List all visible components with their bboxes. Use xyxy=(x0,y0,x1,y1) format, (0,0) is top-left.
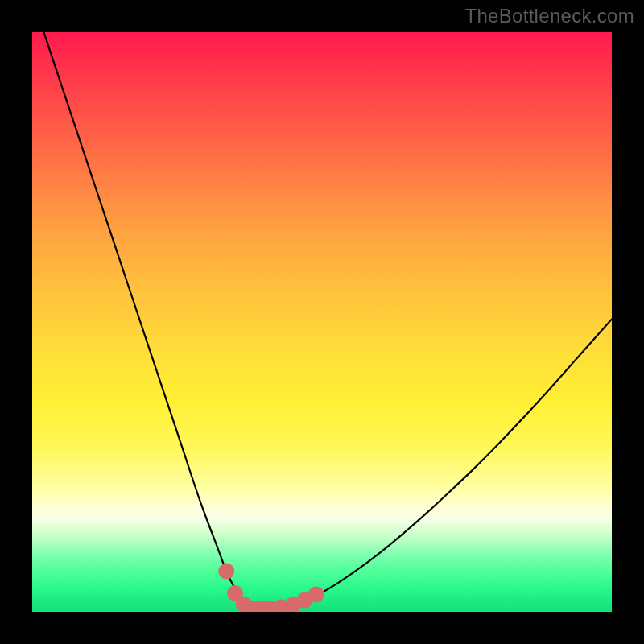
chart-svg xyxy=(32,32,612,612)
dot-1 xyxy=(218,564,234,580)
plot-area xyxy=(32,32,612,612)
marker-dots-group xyxy=(218,564,324,612)
attribution-text: TheBottleneck.com xyxy=(464,5,634,27)
dot-10 xyxy=(308,586,324,602)
outer-frame: TheBottleneck.com xyxy=(0,0,644,644)
bottleneck-curve-path xyxy=(43,32,612,609)
